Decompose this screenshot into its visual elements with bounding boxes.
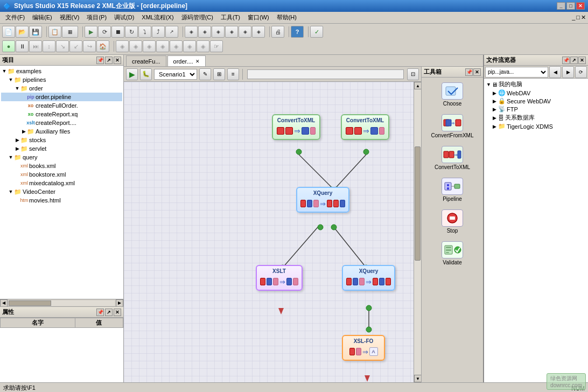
toolbar-btn-2[interactable]: ▦ xyxy=(62,26,78,38)
fb-toggle-db[interactable]: ▶ xyxy=(493,115,498,121)
pipeline-node-convert1[interactable]: ConvertToXML ⇒ xyxy=(272,114,320,140)
toolbox-item-convert-to[interactable]: ⇒ ConvertToXML xyxy=(424,143,481,173)
debug-btn-9[interactable]: ◈ xyxy=(116,40,129,52)
debug-btn-15[interactable]: ◈ xyxy=(197,40,209,52)
pipeline-node-xslfo[interactable]: XSL-FO ⇒ A xyxy=(342,335,385,361)
tree-toggle-pipelines[interactable]: ▼ xyxy=(8,76,14,83)
tree-item-createreport-xq[interactable]: xo createReport.xq xyxy=(1,110,122,118)
menu-help[interactable]: 帮助(H) xyxy=(274,12,300,23)
pip-list-btn[interactable]: ≡ xyxy=(227,68,239,80)
debug-btn-3[interactable]: ⏭ xyxy=(29,40,42,52)
menu-close[interactable]: ✕ xyxy=(581,14,586,21)
vscroll-track[interactable] xyxy=(414,89,421,375)
tree-toggle-aux[interactable]: ▶ xyxy=(20,128,27,135)
menu-source-ctrl[interactable]: 源码管理(C) xyxy=(178,12,216,23)
open-button[interactable]: 📂 xyxy=(16,26,29,38)
help-button[interactable]: ? xyxy=(291,26,304,38)
tree-item-query[interactable]: ▼ 📁 query xyxy=(1,153,122,162)
tab-close-btn[interactable]: ✕ xyxy=(195,59,200,64)
pipeline-node-xslt[interactable]: XSLT ⇒ xyxy=(256,265,303,291)
fb-nav-btn-2[interactable]: ▶ xyxy=(562,66,574,78)
toolbox-item-convert-from[interactable]: ⇒ ConvertFromXML xyxy=(424,111,481,141)
fb-item-ftp[interactable]: ▶ 📡 FTP xyxy=(485,105,587,113)
debug-btn-5[interactable]: ↘ xyxy=(56,40,69,52)
tree-item-order-pipeline[interactable]: pip order.pipeline xyxy=(1,93,122,101)
debug-btn-13[interactable]: ◈ xyxy=(170,40,183,52)
tree-toggle-examples[interactable]: ▼ xyxy=(1,68,8,74)
tree-toggle-query[interactable]: ▼ xyxy=(8,154,14,160)
tab-createfu[interactable]: createFu... xyxy=(126,55,166,66)
toolbar-btn-3[interactable]: ⟳ xyxy=(98,26,111,38)
tree-item-auxiliary[interactable]: ▶ 📁 Auxiliary files xyxy=(1,127,122,136)
tree-item-books[interactable]: xml books.xml xyxy=(1,162,122,170)
pipeline-node-convert2[interactable]: ConvertToXML ⇒ xyxy=(341,114,389,140)
debug-btn-2[interactable]: ⏸ xyxy=(16,40,29,52)
debug-btn-14[interactable]: ◈ xyxy=(183,40,196,52)
tree-item-examples[interactable]: ▼ 📁 examples xyxy=(1,67,122,75)
run-button[interactable]: ▶ xyxy=(85,26,97,38)
close-button[interactable]: ✕ xyxy=(576,2,585,10)
fb-item-tigerlogic[interactable]: ▶ 📁 TigerLogic XDMS xyxy=(485,122,587,130)
panel-float-button[interactable]: ↗ xyxy=(105,57,113,64)
vscroll-thumb[interactable] xyxy=(415,146,421,261)
toolbar-btn-11[interactable]: ◈ xyxy=(212,26,225,38)
fb-item-webdav[interactable]: ▶ 🌐 WebDAV xyxy=(485,89,587,97)
menu-restore[interactable]: □ xyxy=(576,14,580,21)
pip-debug-btn[interactable]: 🐛 xyxy=(140,68,152,80)
tree-item-pipelines[interactable]: ▼ 📁 pipelines xyxy=(1,75,122,84)
menu-debug[interactable]: 调试(D) xyxy=(111,12,137,23)
toolbox-pin-btn[interactable]: 📌 xyxy=(465,68,473,76)
debug-run[interactable]: ● xyxy=(2,40,15,52)
pip-scenario-edit[interactable]: ✎ xyxy=(199,68,211,80)
toolbar-btn-12[interactable]: ◈ xyxy=(225,26,238,38)
tree-item-stocks[interactable]: ▶ 📁 stocks xyxy=(1,136,122,144)
props-close-btn[interactable]: ✕ xyxy=(114,309,121,316)
toolbar-btn-6[interactable]: ⤵ xyxy=(138,26,151,38)
pip-expand-btn[interactable]: ⊡ xyxy=(407,68,419,80)
tree-item-createfullorder[interactable]: xo createFullOrder. xyxy=(1,101,122,110)
new-button[interactable]: 📄 xyxy=(2,26,15,38)
pipeline-node-xquery1[interactable]: XQuery ⇒ xyxy=(296,187,349,213)
debug-btn-7[interactable]: ↪ xyxy=(83,40,96,52)
fb-refresh-btn[interactable]: ⟳ xyxy=(575,66,587,78)
menu-project[interactable]: 项目(P) xyxy=(83,12,110,23)
copy-button[interactable]: 📋 xyxy=(48,26,61,38)
fb-toggle-swebdav[interactable]: ▶ xyxy=(493,99,498,104)
fb-toggle-ftp[interactable]: ▶ xyxy=(493,107,498,112)
fb-item-secure-webdav[interactable]: ▶ 🔒 Secure WebDAV xyxy=(485,97,587,105)
fb-nav-btn-1[interactable]: ◀ xyxy=(549,66,561,78)
tree-toggle-stocks[interactable]: ▶ xyxy=(14,137,20,143)
tree-item-movies[interactable]: htm movies.html xyxy=(1,196,122,205)
props-float-button[interactable]: ↗ xyxy=(105,309,113,316)
tab-order[interactable]: order.... ✕ xyxy=(167,55,206,66)
menu-xml-flow[interactable]: XML流程(X) xyxy=(138,12,177,23)
toolbar-btn-13[interactable]: ◈ xyxy=(239,26,251,38)
debug-btn-8[interactable]: 🏠 xyxy=(96,40,109,52)
pip-play-btn[interactable]: ▶ xyxy=(126,68,138,80)
toolbar-btn-8[interactable]: ↗ xyxy=(165,26,178,38)
fb-close-btn[interactable]: ✕ xyxy=(578,57,586,64)
fb-item-mypc[interactable]: ▼ 🖥 我的电脑 xyxy=(485,80,587,89)
menu-tools[interactable]: 工具(T) xyxy=(218,12,243,23)
toolbar-btn-4[interactable]: ⏹ xyxy=(111,26,124,38)
debug-btn-11[interactable]: ◈ xyxy=(143,40,156,52)
print-button[interactable]: 🖨 xyxy=(271,26,284,38)
toolbar-btn-9[interactable]: ◈ xyxy=(185,26,198,38)
debug-btn-10[interactable]: ◈ xyxy=(129,40,142,52)
menu-edit[interactable]: 编辑(E) xyxy=(29,12,55,23)
fb-toggle-mypc[interactable]: ▼ xyxy=(486,82,492,87)
debug-btn-4[interactable]: ↕ xyxy=(43,40,55,52)
save-button[interactable]: 💾 xyxy=(29,26,42,38)
toolbox-item-pipeline[interactable]: Pipeline xyxy=(424,175,481,205)
vscroll-up-btn[interactable]: ▲ xyxy=(414,82,421,89)
menu-window[interactable]: 窗口(W) xyxy=(244,12,272,23)
tree-item-bookstore[interactable]: xml bookstore.xml xyxy=(1,170,122,179)
vscroll-down-btn[interactable]: ▼ xyxy=(414,375,421,382)
pipeline-canvas[interactable]: ConvertToXML ⇒ ConvertToXML xyxy=(124,82,414,382)
pipeline-node-xquery2[interactable]: XQuery ⇒ xyxy=(342,265,395,291)
fb-float-btn[interactable]: ↗ xyxy=(570,57,578,64)
tree-item-videocenter[interactable]: ▼ 📁 VideoCenter xyxy=(1,187,122,196)
tree-toggle-order[interactable]: ▼ xyxy=(14,85,20,92)
fb-toggle-tiger[interactable]: ▶ xyxy=(493,124,498,129)
toolbar-btn-10[interactable]: ◈ xyxy=(198,26,211,38)
